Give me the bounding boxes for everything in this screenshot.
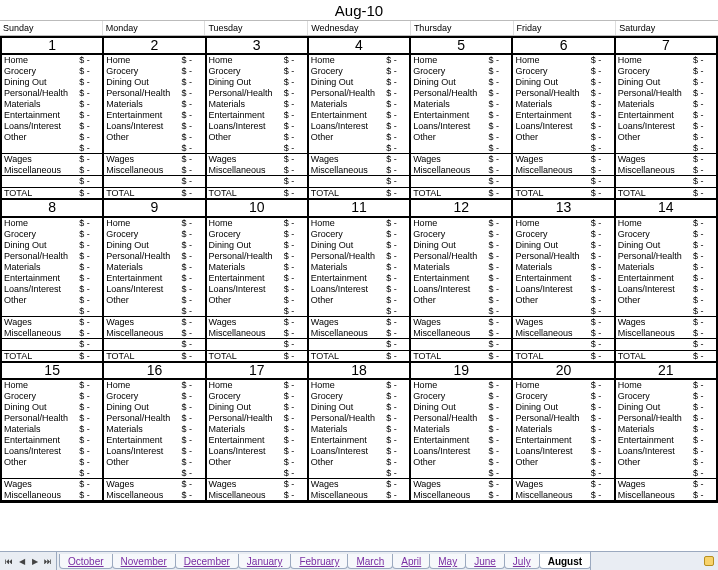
category-amount[interactable]: $ - bbox=[588, 402, 614, 413]
income-row[interactable]: Wages$ - bbox=[616, 154, 716, 165]
category-amount[interactable]: $ - bbox=[588, 240, 614, 251]
category-amount[interactable]: $ - bbox=[588, 218, 614, 229]
category-row[interactable]: Home$ - bbox=[207, 55, 307, 66]
category-row[interactable]: Personal/Health$ - bbox=[207, 413, 307, 424]
category-row[interactable]: Home$ - bbox=[207, 218, 307, 229]
income-amount[interactable]: $ - bbox=[179, 317, 205, 328]
category-row[interactable]: Materials$ - bbox=[411, 99, 511, 110]
income-row[interactable]: Miscellaneous$ - bbox=[2, 328, 102, 339]
category-amount[interactable]: $ - bbox=[383, 284, 409, 295]
income-row[interactable]: Wages$ - bbox=[207, 154, 307, 165]
category-row[interactable]: Personal/Health$ - bbox=[309, 88, 409, 99]
category-amount[interactable]: $ - bbox=[383, 391, 409, 402]
income-amount[interactable]: $ - bbox=[588, 317, 614, 328]
category-amount[interactable]: $ - bbox=[383, 229, 409, 240]
category-amount[interactable]: $ - bbox=[690, 413, 716, 424]
category-row[interactable]: Personal/Health$ - bbox=[513, 413, 613, 424]
income-amount[interactable]: $ - bbox=[690, 328, 716, 338]
category-amount[interactable]: $ - bbox=[588, 229, 614, 240]
category-row[interactable]: Materials$ - bbox=[411, 424, 511, 435]
category-row[interactable]: Grocery$ - bbox=[616, 391, 716, 402]
category-amount[interactable]: $ - bbox=[588, 121, 614, 132]
category-row[interactable]: Entertainment$ - bbox=[411, 435, 511, 446]
category-row[interactable]: Personal/Health$ - bbox=[104, 251, 204, 262]
category-amount[interactable]: $ - bbox=[179, 457, 205, 468]
category-row[interactable]: Grocery$ - bbox=[207, 391, 307, 402]
category-row[interactable]: Dining Out$ - bbox=[513, 240, 613, 251]
category-row[interactable]: Loans/Interest$ - bbox=[104, 284, 204, 295]
category-amount[interactable]: $ - bbox=[690, 435, 716, 446]
category-amount[interactable]: $ - bbox=[281, 240, 307, 251]
category-amount[interactable]: $ - bbox=[76, 413, 102, 424]
category-amount[interactable]: $ - bbox=[588, 110, 614, 121]
income-row[interactable]: Miscellaneous$ - bbox=[513, 490, 613, 501]
income-row[interactable]: Miscellaneous$ - bbox=[2, 165, 102, 176]
sheet-tab-november[interactable]: November bbox=[112, 554, 176, 569]
sheet-tab-december[interactable]: December bbox=[175, 554, 239, 569]
category-amount[interactable]: $ - bbox=[690, 402, 716, 413]
category-row[interactable]: Personal/Health$ - bbox=[411, 413, 511, 424]
category-amount[interactable]: $ - bbox=[485, 99, 511, 110]
category-amount[interactable]: $ - bbox=[690, 295, 716, 306]
sheet-tab-march[interactable]: March bbox=[347, 554, 393, 569]
income-row[interactable]: Miscellaneous$ - bbox=[616, 490, 716, 501]
income-amount[interactable]: $ - bbox=[383, 154, 409, 165]
category-row[interactable]: Entertainment$ - bbox=[2, 110, 102, 121]
category-amount[interactable]: $ - bbox=[76, 55, 102, 66]
income-amount[interactable]: $ - bbox=[76, 479, 102, 490]
income-row[interactable]: Miscellaneous$ - bbox=[309, 165, 409, 176]
category-row[interactable]: Materials$ - bbox=[104, 424, 204, 435]
category-amount[interactable]: $ - bbox=[485, 66, 511, 77]
category-row[interactable]: Dining Out$ - bbox=[513, 402, 613, 413]
category-row[interactable]: Loans/Interest$ - bbox=[104, 121, 204, 132]
category-row[interactable]: Other$ - bbox=[513, 295, 613, 306]
category-amount[interactable]: $ - bbox=[281, 295, 307, 306]
category-amount[interactable]: $ - bbox=[281, 121, 307, 132]
category-amount[interactable]: $ - bbox=[179, 77, 205, 88]
category-amount[interactable]: $ - bbox=[485, 262, 511, 273]
income-amount[interactable]: $ - bbox=[383, 165, 409, 175]
category-amount[interactable]: $ - bbox=[179, 402, 205, 413]
tab-nav-prev[interactable]: ◀ bbox=[16, 556, 27, 567]
income-row[interactable]: Miscellaneous$ - bbox=[104, 165, 204, 176]
category-amount[interactable]: $ - bbox=[281, 424, 307, 435]
category-amount[interactable]: $ - bbox=[281, 435, 307, 446]
category-row[interactable]: Entertainment$ - bbox=[309, 273, 409, 284]
tab-nav-last[interactable]: ⏭ bbox=[42, 556, 53, 567]
category-row[interactable]: Grocery$ - bbox=[513, 66, 613, 77]
category-row[interactable]: Dining Out$ - bbox=[2, 402, 102, 413]
category-row[interactable]: Grocery$ - bbox=[616, 66, 716, 77]
category-row[interactable]: Grocery$ - bbox=[411, 66, 511, 77]
category-row[interactable]: Personal/Health$ - bbox=[104, 413, 204, 424]
category-amount[interactable]: $ - bbox=[690, 380, 716, 391]
category-amount[interactable]: $ - bbox=[76, 88, 102, 99]
category-amount[interactable]: $ - bbox=[76, 284, 102, 295]
category-amount[interactable]: $ - bbox=[690, 218, 716, 229]
category-amount[interactable]: $ - bbox=[485, 240, 511, 251]
category-row[interactable]: Materials$ - bbox=[513, 424, 613, 435]
category-amount[interactable]: $ - bbox=[588, 380, 614, 391]
category-row[interactable]: Materials$ - bbox=[411, 262, 511, 273]
category-amount[interactable]: $ - bbox=[690, 88, 716, 99]
sheet-tab-june[interactable]: June bbox=[465, 554, 505, 569]
category-amount[interactable]: $ - bbox=[76, 295, 102, 306]
income-amount[interactable]: $ - bbox=[383, 317, 409, 328]
category-row[interactable]: Entertainment$ - bbox=[2, 273, 102, 284]
category-row[interactable]: Entertainment$ - bbox=[513, 110, 613, 121]
category-row[interactable]: Loans/Interest$ - bbox=[513, 284, 613, 295]
income-amount[interactable]: $ - bbox=[588, 490, 614, 500]
sheet-tab-may[interactable]: May bbox=[429, 554, 466, 569]
category-row[interactable]: Materials$ - bbox=[616, 262, 716, 273]
category-amount[interactable]: $ - bbox=[76, 424, 102, 435]
income-row[interactable]: Wages$ - bbox=[411, 317, 511, 328]
category-row[interactable]: Entertainment$ - bbox=[616, 110, 716, 121]
category-row[interactable]: Loans/Interest$ - bbox=[207, 121, 307, 132]
category-row[interactable]: Dining Out$ - bbox=[411, 77, 511, 88]
income-row[interactable]: Miscellaneous$ - bbox=[104, 328, 204, 339]
category-row[interactable]: Home$ - bbox=[513, 218, 613, 229]
category-row[interactable]: Dining Out$ - bbox=[207, 77, 307, 88]
category-row[interactable]: Entertainment$ - bbox=[104, 110, 204, 121]
category-amount[interactable]: $ - bbox=[383, 413, 409, 424]
category-row[interactable]: Dining Out$ - bbox=[104, 77, 204, 88]
category-row[interactable]: Home$ - bbox=[616, 218, 716, 229]
